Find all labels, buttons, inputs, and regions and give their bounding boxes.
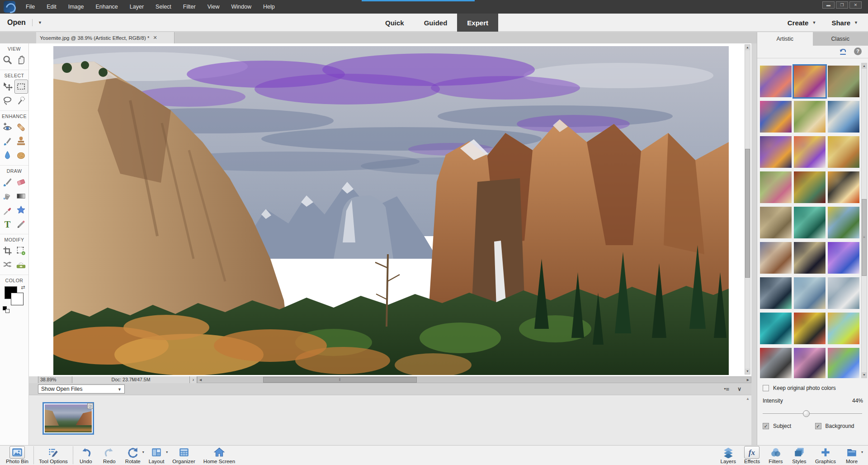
swap-colors-icon[interactable]: ⇄	[21, 285, 25, 290]
menu-view[interactable]: View	[202, 0, 226, 14]
share-button[interactable]: Share ▼	[831, 19, 858, 27]
effect-thumbnail-purple-fluid[interactable]	[828, 242, 859, 274]
taskbar-graphics[interactable]: Graphics	[811, 446, 840, 465]
effect-thumbnail-cubist-collage[interactable]	[794, 66, 826, 97]
quick-selection-tool[interactable]	[14, 94, 28, 108]
horizontal-scroll-thumb[interactable]: ⦀	[263, 377, 417, 383]
effects-scrollbar[interactable]: ▲ ≡ ▼	[861, 63, 867, 378]
eraser-tool[interactable]	[14, 175, 28, 189]
spot-healing-tool[interactable]	[14, 120, 28, 134]
effect-thumbnail-red-abstract[interactable]	[760, 348, 792, 378]
effects-scroll-thumb[interactable]: ≡	[862, 199, 867, 276]
hand-tool[interactable]	[14, 53, 28, 67]
mode-tab-quick[interactable]: Quick	[375, 14, 414, 32]
canvas-area[interactable]: ▲ ▼	[29, 43, 751, 376]
reset-effect-icon[interactable]	[838, 47, 848, 56]
effect-thumbnail-mona-lisa[interactable]	[828, 66, 859, 97]
eyedropper-tool[interactable]	[1, 203, 14, 217]
create-button[interactable]: Create ▼	[788, 19, 816, 27]
menu-select[interactable]: Select	[150, 0, 177, 14]
effect-thumbnail-rainbow-wash[interactable]	[828, 348, 859, 378]
subject-checkbox[interactable]: ✓	[763, 423, 769, 429]
canvas-horizontal-scrollbar[interactable]: ◀ ⦀ ▶	[197, 376, 751, 383]
open-button[interactable]: Open ▼	[7, 14, 42, 32]
marquee-tool[interactable]	[14, 80, 28, 94]
keep-original-colors-checkbox[interactable]	[763, 385, 769, 391]
vertical-scroll-thumb[interactable]	[745, 149, 750, 278]
bin-collapse-icon[interactable]: ∨	[737, 385, 741, 394]
open-file-thumbnail[interactable]: ◲	[42, 402, 94, 435]
taskbar-undo[interactable]: Undo	[74, 446, 98, 465]
menu-file[interactable]: File	[20, 0, 41, 14]
intensity-slider[interactable]	[763, 410, 862, 418]
effect-thumbnail-purple-figures[interactable]	[760, 136, 792, 168]
taskbar-filters[interactable]: Filters	[764, 446, 788, 465]
crop-tool[interactable]	[1, 244, 14, 258]
scroll-up-icon[interactable]: ▲	[745, 45, 750, 50]
menu-layer[interactable]: Layer	[124, 0, 150, 14]
paint-bucket-tool[interactable]	[1, 189, 14, 203]
effect-thumbnail-village-landscape[interactable]	[794, 101, 826, 133]
mode-tab-guided[interactable]: Guided	[414, 14, 458, 32]
taskbar-tool-options[interactable]: Tool Options	[35, 446, 72, 465]
effect-thumbnail-wheat-field[interactable]	[828, 207, 859, 238]
effect-thumbnail-luncheon-children[interactable]	[760, 242, 792, 274]
effect-thumbnail-olive-grove[interactable]	[760, 171, 792, 203]
menu-edit[interactable]: Edit	[41, 0, 62, 14]
effect-thumbnail-abstract-face[interactable]	[760, 66, 792, 97]
zoom-level-field[interactable]: 38.89%	[38, 376, 72, 383]
taskbar-layers[interactable]: Layers	[716, 446, 740, 465]
background-color-swatch[interactable]	[11, 293, 24, 305]
menu-filter[interactable]: Filter	[177, 0, 202, 14]
canvas-image[interactable]	[53, 46, 729, 375]
bin-scroll-up-icon[interactable]: ▲	[746, 397, 750, 401]
effect-thumbnail-colorful-dog[interactable]	[794, 136, 826, 168]
effect-thumbnail-van-gogh-portrait[interactable]	[828, 136, 859, 168]
document-tab[interactable]: Yosemite.jpg @ 38.9% (Artistic Effect, R…	[36, 32, 175, 43]
content-aware-move-tool[interactable]	[1, 258, 14, 272]
tab-close-icon[interactable]: ✕	[153, 35, 157, 41]
red-eye-tool[interactable]	[1, 120, 14, 134]
taskbar-redo[interactable]: Redo	[98, 446, 121, 465]
brush-tool[interactable]	[1, 175, 14, 189]
effect-thumbnail-orange-abstract[interactable]	[828, 171, 859, 203]
minimize-window-icon[interactable]: ▬	[822, 1, 835, 9]
canvas-vertical-scrollbar[interactable]: ▲ ▼	[745, 44, 750, 375]
effect-thumbnail-pop-portrait[interactable]	[760, 101, 792, 133]
shape-tool[interactable]	[14, 203, 28, 217]
help-icon[interactable]: ?	[854, 47, 862, 55]
effect-thumbnail-great-wave[interactable]	[828, 101, 859, 133]
background-checkbox[interactable]: ✓	[815, 423, 821, 429]
effects-scroll-down-icon[interactable]: ▼	[862, 372, 867, 378]
blur-tool[interactable]	[1, 148, 14, 162]
default-colors-icon[interactable]	[3, 306, 10, 313]
effect-thumbnail-ballet-dancers[interactable]	[794, 277, 826, 309]
effect-thumbnail-house-landscape[interactable]	[828, 313, 859, 344]
open-dropdown-icon[interactable]: ▼	[32, 19, 42, 26]
scroll-down-icon[interactable]: ▼	[745, 369, 750, 374]
sponge-tool[interactable]	[14, 148, 28, 162]
taskbar-rotate[interactable]: ▾Rotate	[121, 446, 145, 465]
type-tool[interactable]: T	[1, 217, 14, 231]
effect-thumbnail-earth-cubist[interactable]	[760, 207, 792, 238]
taskbar-layout[interactable]: ▾Layout	[145, 446, 169, 465]
effect-thumbnail-pale-drips[interactable]	[828, 277, 859, 309]
close-window-icon[interactable]: ✕	[849, 1, 862, 9]
taskbar-home-screen[interactable]: Home Screen	[199, 446, 239, 465]
straighten-tool[interactable]	[14, 258, 28, 272]
bin-menu-icon[interactable]: ▾≡	[724, 385, 730, 394]
scroll-right-icon[interactable]: ▶	[745, 377, 751, 383]
taskbar-effects[interactable]: fxEffects	[740, 446, 764, 465]
menu-enhance[interactable]: Enhance	[90, 0, 123, 14]
intensity-slider-thumb[interactable]	[803, 410, 810, 417]
effect-thumbnail-teal-swirl[interactable]	[794, 207, 826, 238]
scroll-left-icon[interactable]: ◀	[198, 377, 203, 383]
taskbar-more[interactable]: ▾More	[840, 446, 863, 465]
status-expander-icon[interactable]: ›	[190, 376, 197, 383]
move-tool[interactable]	[1, 80, 14, 94]
taskbar-organizer[interactable]: Organizer	[168, 446, 199, 465]
effect-thumbnail-cat-faces[interactable]	[794, 348, 826, 378]
taskbar-styles[interactable]: Styles	[788, 446, 811, 465]
tab-artistic[interactable]: Artistic	[757, 32, 813, 46]
mode-tab-expert[interactable]: Expert	[457, 14, 498, 32]
